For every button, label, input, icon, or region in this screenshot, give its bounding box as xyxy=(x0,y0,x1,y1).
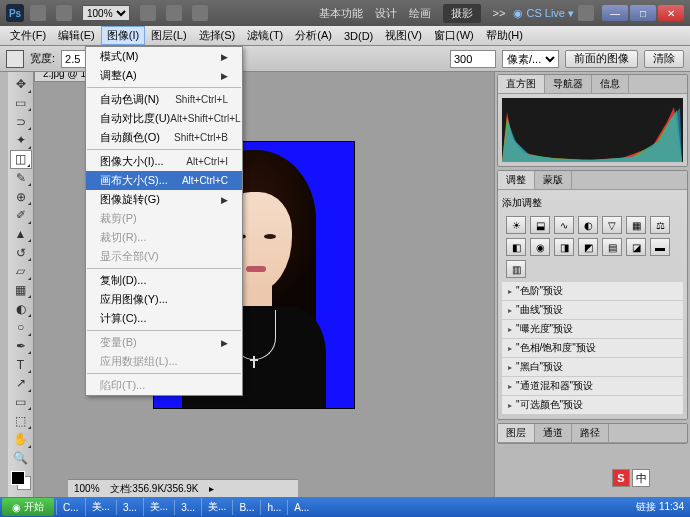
tab-channels[interactable]: 通道 xyxy=(535,424,572,442)
zoom-select[interactable]: 100% xyxy=(82,5,130,21)
preset-selectivecolor[interactable]: ▸"可选颜色"预设 xyxy=(502,396,683,415)
taskbar-item[interactable]: 3... xyxy=(174,500,201,515)
tab-adjustments[interactable]: 调整 xyxy=(498,171,535,189)
threshold-icon[interactable]: ◪ xyxy=(626,238,646,256)
more-icon[interactable]: >> xyxy=(493,7,506,19)
menu-item[interactable]: 应用图像(Y)... xyxy=(86,290,242,309)
taskbar-item[interactable]: B... xyxy=(232,500,260,515)
menu-image[interactable]: 图像(I) xyxy=(101,26,145,45)
menu-item[interactable]: 图像大小(I)...Alt+Ctrl+I xyxy=(86,152,242,171)
unit-select[interactable]: 像素/... xyxy=(502,50,559,68)
launcher-icon[interactable] xyxy=(166,5,182,21)
eyedropper-tool[interactable]: ✎ xyxy=(10,169,32,188)
minimize-button[interactable]: — xyxy=(602,5,628,21)
tab-navigator[interactable]: 导航器 xyxy=(545,75,592,93)
bw-icon[interactable]: ◧ xyxy=(506,238,526,256)
pen-tool[interactable]: ✒ xyxy=(10,337,32,356)
menu-analysis[interactable]: 分析(A) xyxy=(289,26,338,45)
preset-hue[interactable]: ▸"色相/饱和度"预设 xyxy=(502,339,683,358)
type-tool[interactable]: T xyxy=(10,355,32,374)
marquee-tool[interactable]: ▭ xyxy=(10,94,32,113)
menu-select[interactable]: 选择(S) xyxy=(193,26,242,45)
tab-histogram[interactable]: 直方图 xyxy=(498,75,545,93)
colorbalance-icon[interactable]: ⚖ xyxy=(650,216,670,234)
gradient-tool[interactable]: ▦ xyxy=(10,281,32,300)
ime-ch-icon[interactable]: 中 xyxy=(632,469,650,487)
zoom-value[interactable]: 100% xyxy=(74,483,100,494)
invert-icon[interactable]: ◩ xyxy=(578,238,598,256)
brightness-icon[interactable]: ☀ xyxy=(506,216,526,234)
menu-item[interactable]: 图像旋转(G)▶ xyxy=(86,190,242,209)
system-tray[interactable]: 链接 11:34 xyxy=(630,500,690,514)
heal-tool[interactable]: ⊕ xyxy=(10,187,32,206)
menu-item[interactable]: 画布大小(S)...Alt+Ctrl+C xyxy=(86,171,242,190)
menu-item[interactable]: 计算(C)... xyxy=(86,309,242,328)
taskbar-item[interactable]: A... xyxy=(287,500,315,515)
menu-file[interactable]: 文件(F) xyxy=(4,26,52,45)
blur-tool[interactable]: ◐ xyxy=(10,299,32,318)
lasso-tool[interactable]: ⊃ xyxy=(10,112,32,131)
menu-3d[interactable]: 3D(D) xyxy=(338,28,379,44)
crop-tool[interactable]: ◫ xyxy=(10,150,32,169)
cslive-button[interactable]: ◉ CS Live ▾ xyxy=(513,7,574,20)
hue-icon[interactable]: ▦ xyxy=(626,216,646,234)
path-tool[interactable]: ↗ xyxy=(10,374,32,393)
taskbar-item[interactable]: 3... xyxy=(116,500,143,515)
taskbar-item[interactable]: C... xyxy=(56,500,85,515)
color-swatch[interactable] xyxy=(11,471,31,490)
workspace-tab-active[interactable]: 摄影 xyxy=(443,4,481,23)
workspace-tab[interactable]: 基本功能 xyxy=(319,6,363,21)
gradientmap-icon[interactable]: ▬ xyxy=(650,238,670,256)
posterize-icon[interactable]: ▤ xyxy=(602,238,622,256)
menu-item[interactable]: 复制(D)... xyxy=(86,271,242,290)
preset-curves[interactable]: ▸"曲线"预设 xyxy=(502,301,683,320)
taskbar-item[interactable]: 美... xyxy=(201,498,232,516)
workspace-tab[interactable]: 绘画 xyxy=(409,6,431,21)
curves-icon[interactable]: ∿ xyxy=(554,216,574,234)
tab-info[interactable]: 信息 xyxy=(592,75,629,93)
menu-help[interactable]: 帮助(H) xyxy=(480,26,529,45)
maximize-button[interactable]: □ xyxy=(630,5,656,21)
photofilter-icon[interactable]: ◉ xyxy=(530,238,550,256)
menu-item[interactable]: 自动色调(N)Shift+Ctrl+L xyxy=(86,90,242,109)
launcher-icon[interactable] xyxy=(140,5,156,21)
shape-tool[interactable]: ▭ xyxy=(10,393,32,412)
exposure-icon[interactable]: ◐ xyxy=(578,216,598,234)
help-icon[interactable] xyxy=(578,5,594,21)
taskbar-item[interactable]: h... xyxy=(260,500,287,515)
3d-tool[interactable]: ⬚ xyxy=(10,411,32,430)
launcher-icon[interactable] xyxy=(56,5,72,21)
hand-tool[interactable]: ✋ xyxy=(10,430,32,449)
launcher-icon[interactable] xyxy=(30,5,46,21)
menu-layer[interactable]: 图层(L) xyxy=(145,26,192,45)
close-button[interactable]: ✕ xyxy=(658,5,684,21)
front-image-button[interactable]: 前面的图像 xyxy=(565,50,638,68)
menu-item[interactable]: 自动颜色(O)Shift+Ctrl+B xyxy=(86,128,242,147)
menu-filter[interactable]: 滤镜(T) xyxy=(241,26,289,45)
menu-item[interactable]: 调整(A)▶ xyxy=(86,66,242,85)
taskbar-item[interactable]: 美... xyxy=(143,498,174,516)
brush-tool[interactable]: ✐ xyxy=(10,206,32,225)
tab-masks[interactable]: 蒙版 xyxy=(535,171,572,189)
preset-levels[interactable]: ▸"色阶"预设 xyxy=(502,282,683,301)
history-brush-tool[interactable]: ↺ xyxy=(10,243,32,262)
selectivecolor-icon[interactable]: ▥ xyxy=(506,260,526,278)
clear-button[interactable]: 清除 xyxy=(644,50,684,68)
eraser-tool[interactable]: ▱ xyxy=(10,262,32,281)
launcher-icon[interactable] xyxy=(192,5,208,21)
channelmixer-icon[interactable]: ◨ xyxy=(554,238,574,256)
stamp-tool[interactable]: ▲ xyxy=(10,225,32,244)
vibrance-icon[interactable]: ▽ xyxy=(602,216,622,234)
workspace-tab[interactable]: 设计 xyxy=(375,6,397,21)
start-button[interactable]: ◉ 开始 xyxy=(2,498,54,516)
menu-view[interactable]: 视图(V) xyxy=(379,26,428,45)
height-field[interactable] xyxy=(450,50,496,68)
preset-channelmixer[interactable]: ▸"通道混和器"预设 xyxy=(502,377,683,396)
tab-paths[interactable]: 路径 xyxy=(572,424,609,442)
menu-item[interactable]: 自动对比度(U)Alt+Shift+Ctrl+L xyxy=(86,109,242,128)
wand-tool[interactable]: ✦ xyxy=(10,131,32,150)
levels-icon[interactable]: ⬓ xyxy=(530,216,550,234)
zoom-tool[interactable]: 🔍 xyxy=(10,449,32,468)
menu-window[interactable]: 窗口(W) xyxy=(428,26,480,45)
menu-item[interactable]: 模式(M)▶ xyxy=(86,47,242,66)
